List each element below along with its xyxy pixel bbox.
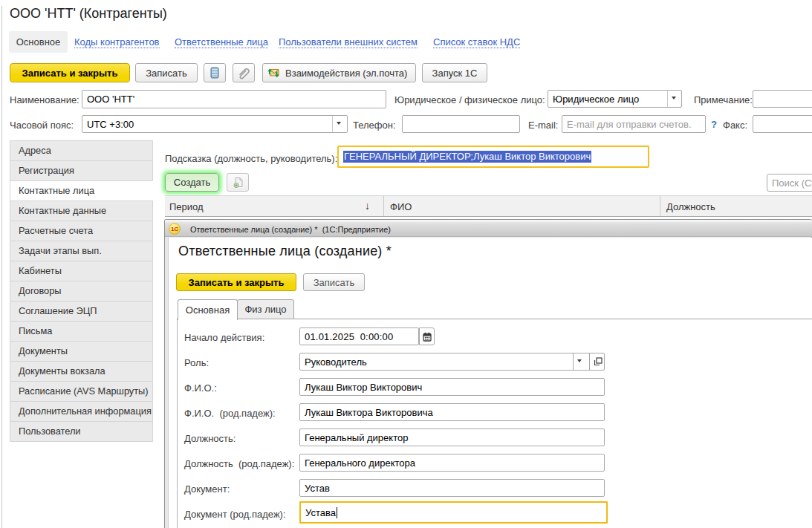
svg-text:1С: 1С (171, 226, 178, 232)
